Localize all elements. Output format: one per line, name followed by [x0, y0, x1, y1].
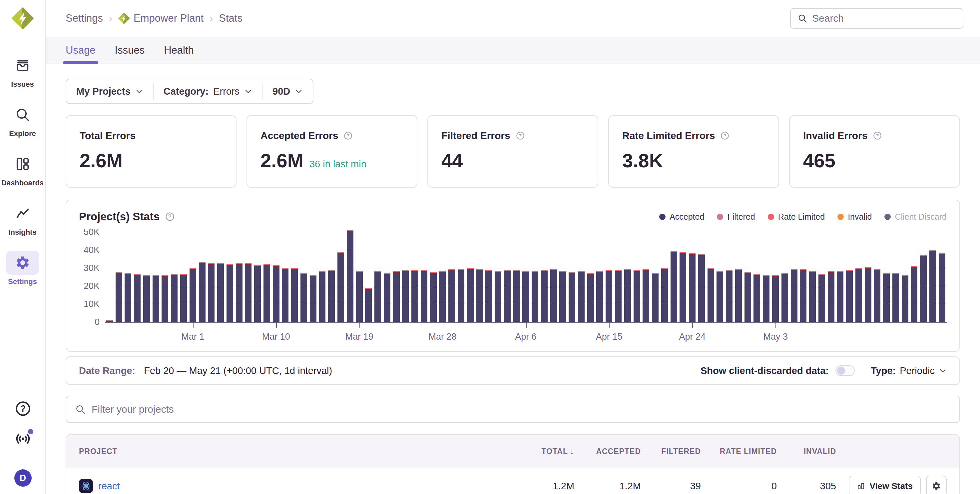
column-header-total[interactable]: TOTAL↓: [511, 447, 574, 456]
sidebar-item-explore[interactable]: Explore: [6, 103, 39, 138]
accepted-segment: [476, 270, 483, 322]
accepted-segment: [458, 270, 465, 322]
x-axis-tick-label: Mar 28: [429, 331, 457, 342]
stacked-bar: [449, 269, 455, 322]
content: My Projects Category: Errors 90D Total E…: [46, 64, 980, 494]
column-header-accepted[interactable]: ACCEPTED: [574, 447, 641, 456]
stacked-bar: [199, 262, 205, 322]
tab-strip: UsageIssuesHealth: [46, 37, 980, 64]
legend-item-invalid[interactable]: Invalid: [837, 212, 872, 222]
stacked-bar: [513, 270, 520, 322]
help-circle-icon[interactable]: ?: [165, 212, 175, 222]
column-header-project[interactable]: PROJECT: [79, 447, 511, 456]
accepted-segment: [439, 272, 446, 322]
legend-item-client-discard[interactable]: Client Discard: [885, 212, 947, 222]
breadcrumb-label: Settings: [65, 12, 103, 24]
notification-dot: [28, 429, 33, 434]
accepted-segment: [319, 272, 326, 322]
legend-item-rate-limited[interactable]: Rate Limited: [768, 212, 825, 222]
stacked-bar: [735, 269, 742, 322]
view-stats-button[interactable]: View Stats: [849, 476, 921, 494]
bar-slot: [873, 228, 882, 322]
sidebar-item-dashboards[interactable]: Dashboards: [2, 152, 44, 187]
svg-text:?: ?: [876, 133, 879, 138]
client-discard-toggle[interactable]: [835, 365, 855, 376]
project-settings-button[interactable]: [926, 476, 947, 494]
help-icon[interactable]: ?: [15, 400, 31, 417]
tab-issues[interactable]: Issues: [115, 37, 145, 64]
stacked-bar: [606, 270, 612, 322]
chart-header: Project(s) Stats ? AcceptedFilteredRate …: [66, 200, 959, 228]
stacked-bar: [929, 250, 936, 322]
project-link[interactable]: react: [98, 481, 119, 492]
stat-card-value: 3.8K: [622, 149, 663, 172]
category-selector[interactable]: Category: Errors: [154, 79, 262, 104]
type-selector[interactable]: Type: Periodic: [871, 365, 947, 376]
accepted-segment: [578, 272, 585, 322]
bar-slot: [641, 228, 651, 322]
accepted-segment: [421, 271, 427, 322]
stacked-bar: [393, 271, 400, 322]
project-selector[interactable]: My Projects: [66, 79, 153, 104]
stacked-bar: [522, 271, 529, 322]
x-axis-tick: [609, 323, 609, 328]
sidebar-item-settings[interactable]: Settings: [6, 251, 39, 286]
react-logo-icon: [79, 479, 93, 493]
help-circle-icon[interactable]: ?: [873, 131, 882, 140]
tab-health[interactable]: Health: [164, 37, 194, 64]
date-range-value: Feb 20 — May 21 (+00:00 UTC, 1d interval…: [144, 365, 332, 376]
bar-slot: [780, 228, 789, 322]
stacked-bar: [356, 271, 363, 322]
actions-cell: View Stats: [836, 476, 947, 494]
column-header-filtered[interactable]: FILTERED: [641, 447, 701, 456]
whats-new-broadcast-icon[interactable]: [15, 430, 31, 447]
x-axis-tick: [360, 323, 360, 328]
legend-item-accepted[interactable]: Accepted: [659, 212, 704, 222]
accepted-segment: [791, 270, 797, 322]
accepted-segment: [550, 270, 557, 322]
bar-slot: [687, 228, 697, 322]
gridline: [105, 304, 947, 304]
tab-usage[interactable]: Usage: [65, 37, 95, 64]
bar-slot: [826, 228, 836, 322]
legend-item-filtered[interactable]: Filtered: [717, 212, 755, 222]
bar-slot: [475, 228, 484, 322]
accepted-segment: [874, 270, 880, 322]
accepted-segment: [236, 265, 242, 322]
bar-slot: [521, 228, 530, 322]
breadcrumb-item-empower-plant[interactable]: Empower Plant: [118, 12, 204, 24]
bar-slot: [410, 228, 419, 322]
bar-slot: [207, 228, 216, 322]
stat-card-title-text: Filtered Errors: [441, 130, 510, 141]
accepted-segment: [337, 253, 344, 322]
search-input[interactable]: [812, 13, 956, 24]
stat-card-total-errors: Total Errors2.6M: [65, 115, 237, 188]
chart-title: Project(s) Stats: [79, 210, 159, 223]
global-search[interactable]: [790, 8, 963, 29]
period-selector[interactable]: 90D: [262, 79, 313, 104]
user-avatar[interactable]: D: [14, 469, 32, 487]
help-circle-icon[interactable]: ?: [515, 131, 525, 140]
y-axis-tick-label: 30K: [84, 263, 100, 273]
help-circle-icon[interactable]: ?: [344, 131, 353, 140]
project-filter[interactable]: [65, 396, 960, 423]
app-logo[interactable]: [12, 7, 33, 29]
stat-card-title: Rate Limited Errors?: [622, 130, 765, 141]
column-header-rate_limited[interactable]: RATE LIMITED: [701, 447, 777, 456]
sidebar-item-insights[interactable]: Insights: [6, 201, 39, 237]
stacked-bar: [856, 268, 862, 322]
cell-total: 1.2M: [511, 481, 574, 492]
stat-card-title-text: Accepted Errors: [261, 130, 338, 141]
project-stats-panel: Project(s) Stats ? AcceptedFilteredRate …: [65, 200, 960, 352]
bar-slot: [716, 228, 725, 322]
sidebar-item-issues[interactable]: Issues: [6, 53, 39, 89]
accepted-segment: [199, 263, 205, 322]
bar-slot: [614, 228, 623, 322]
stacked-bar: [217, 263, 224, 322]
bar-slot: [290, 228, 299, 322]
accepted-segment: [402, 271, 409, 322]
breadcrumb-item-settings[interactable]: Settings: [65, 12, 103, 24]
column-header-invalid[interactable]: INVALID: [777, 447, 836, 456]
project-filter-input[interactable]: [92, 404, 951, 415]
help-circle-icon[interactable]: ?: [720, 131, 730, 140]
